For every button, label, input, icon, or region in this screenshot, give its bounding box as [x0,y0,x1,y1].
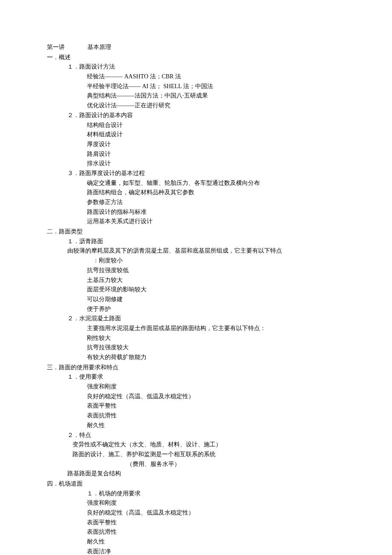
text-line: 刚性较大 [47,334,345,343]
text-line: 抗弯拉强度较大 [47,343,345,352]
text-line: 典型结构法———法国方法；中国八·五研成果 [47,91,345,101]
text-line: 路基路面是复合结构 [47,469,345,478]
text-line: 表面平整性 [47,401,345,411]
text-line: 变异性或不确定性大（水文、地质、材料、设计、施工） [47,440,345,449]
text-line: 材料组成设计 [47,130,345,139]
text-line: 运用基本关系式进行设计 [47,217,345,226]
text-line: 抗弯拉强度较低 [47,266,345,275]
text-line: 参数修正方法 [47,198,345,207]
text-line: 排水设计 [47,159,345,168]
item-1-3-header: ３．路面厚度设计的基本过程 [47,169,345,178]
text-line: 厚度设计 [47,140,345,149]
text-line: 表面抗滑性 [47,411,345,420]
doc-title: 第一讲 [47,44,65,50]
text-line: 可以分期修建 [47,295,345,304]
text-line: 良好的稳定性（高温、低温及水稳定性） [47,392,345,401]
item-3-2-header: ２．特点 [47,431,345,440]
section-3-header: 三．路面的使用要求和特点 [47,363,345,372]
text-line: 表面洁净 [47,547,345,555]
text-line: 由较薄的摩耗层及其下的沥青混凝土层、基层和底基层所组成，它主要有以下特点 [47,246,345,256]
text-line: 土基压力较大 [47,276,345,285]
item-2-1-header: １．沥青路面 [47,237,345,246]
text-line: 耐久性 [47,537,345,546]
item-4-1-header: １．机场的使用要求 [47,489,345,498]
text-line: 便于养护 [47,305,345,314]
text-line: 强度和刚度 [47,382,345,391]
text-line: 确定交通量，如车型、轴重、轮胎压力、各车型通过数及横向分布 [47,178,345,188]
doc-subtitle: 基本原理 [87,44,111,50]
item-1-2-header: ２．路面设计的基本内容 [47,111,345,120]
doc-title-line: 第一讲 基本原理 [47,43,345,52]
text-line: 路面的设计、施工、养护和监测是一个相互联系的系统 [47,450,345,459]
text-line: 路面设计的指标与标准 [47,207,345,217]
item-3-1-header: １．使用要求 [47,372,345,382]
text-line: 强度和刚度 [47,498,345,508]
text-line: 主要指用水泥混凝土作面层或基层的路面结构，它主要有以下特点： [47,324,345,333]
section-4-header: 四．机场道面 [47,479,345,489]
text-line: 结构组合设计 [47,121,345,130]
text-note: （费用、服务水平） [47,460,345,469]
section-1-header: 一．概述 [47,53,345,62]
text-line: ：刚度较小 [47,256,345,265]
section-2-header: 二．路面类型 [47,227,345,236]
text-line: 表面抗滑性 [47,527,345,537]
item-1-1-header: １．路面设计方法 [47,62,345,72]
text-line: 优化设计法———正在进行研究 [47,101,345,110]
text-line: 半经验半理论法—— AI 法； SHELL 法；中国法 [47,82,345,91]
item-2-2-header: ２．水泥混凝土路面 [47,314,345,323]
text-line: 耐久性 [47,421,345,430]
text-line: 面层受环境的影响较大 [47,285,345,294]
text-line: 经验法——— AASHTO 法；CBR 法 [47,72,345,81]
text-line: 路面结构组合，确定材料品种及其它参数 [47,188,345,197]
text-line: 路肩设计 [47,150,345,159]
text-line: 有较大的荷载扩散能力 [47,353,345,362]
text-line: 良好的稳定性（高温、低温及水稳定性） [47,508,345,518]
text-line: 表面平整性 [47,518,345,527]
